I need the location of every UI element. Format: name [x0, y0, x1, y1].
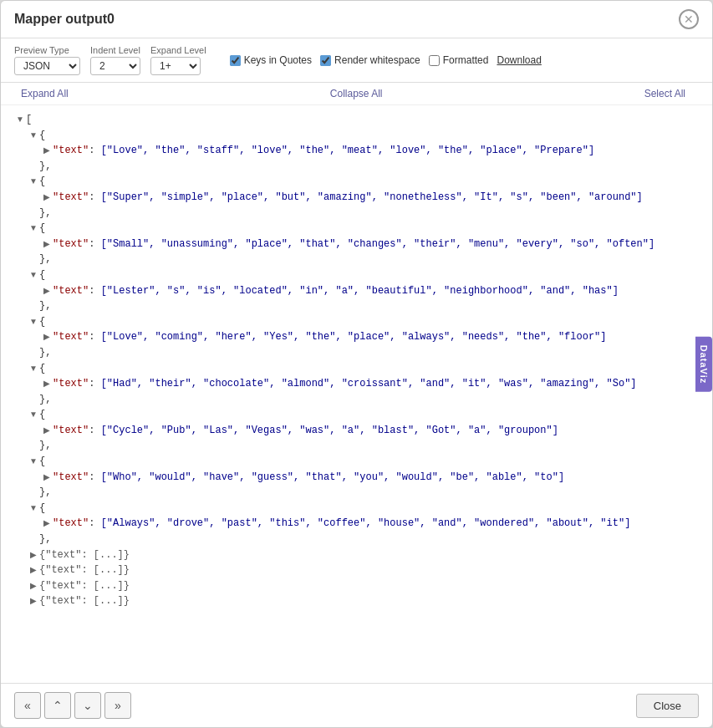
- expand-level-group: Expand Level 1+: [150, 45, 206, 75]
- json-row: ▶{"text": [...]}: [14, 578, 699, 594]
- nav-prev-button[interactable]: ⌃: [44, 692, 71, 719]
- toggle-button[interactable]: ▼: [28, 130, 39, 140]
- json-row: },: [14, 438, 699, 454]
- json-row: ▶"text": ["Love", "the", "staff", "love"…: [14, 143, 699, 159]
- toggle-button[interactable]: ▼: [28, 503, 39, 512]
- nav-buttons: « ⌃ ⌄ »: [14, 692, 131, 719]
- json-content[interactable]: ▼[▼{▶"text": ["Love", "the", "staff", "l…: [1, 105, 712, 683]
- toggle-button[interactable]: ▶: [41, 239, 53, 248]
- json-row: ▼{: [14, 501, 699, 517]
- toggle-button[interactable]: ▶: [41, 425, 53, 435]
- collapse-all-button[interactable]: Collapse All: [323, 86, 390, 101]
- preview-type-select[interactable]: JSON: [14, 57, 80, 75]
- json-row: ▶"text": ["Lester", "s", "is", "located"…: [14, 283, 699, 299]
- json-row: ▼{: [14, 174, 699, 190]
- formatted-group[interactable]: Formatted: [429, 54, 489, 66]
- nav-first-button[interactable]: «: [14, 692, 41, 719]
- json-row: },: [14, 252, 699, 267]
- indent-level-select[interactable]: 2: [90, 57, 140, 75]
- toggle-button[interactable]: ▶: [41, 518, 53, 527]
- json-row: ▶"text": ["Small", "unassuming", "place"…: [14, 237, 699, 252]
- render-whitespace-group[interactable]: Render whitespace: [320, 54, 420, 66]
- select-all-button[interactable]: Select All: [638, 86, 692, 101]
- modal-title: Mapper output0: [14, 12, 115, 27]
- footer: « ⌃ ⌄ » Close: [1, 683, 712, 727]
- download-button[interactable]: Download: [497, 54, 541, 66]
- json-row: ▶{"text": [...]}: [14, 547, 699, 563]
- json-row: ▼[: [14, 112, 699, 128]
- toggle-button[interactable]: ▶: [41, 286, 53, 295]
- json-row: ▶{"text": [...]}: [14, 593, 699, 609]
- toggle-button[interactable]: ▶: [41, 379, 53, 388]
- toolbar2: Expand All Collapse All Select All: [1, 83, 712, 105]
- json-row: ▶"text": ["Who", "would", "have", "guess…: [14, 470, 699, 486]
- dataviz-tab[interactable]: DataViz: [695, 336, 712, 392]
- expand-level-select[interactable]: 1+: [150, 57, 201, 75]
- expand-level-label: Expand Level: [150, 45, 206, 55]
- toggle-button[interactable]: ▶: [28, 565, 39, 574]
- modal-header: Mapper output0 ✕: [1, 1, 712, 38]
- nav-last-button[interactable]: »: [104, 692, 131, 719]
- toggle-button[interactable]: ▼: [28, 410, 39, 419]
- json-row: },: [14, 159, 699, 175]
- toggle-button[interactable]: ▶: [41, 192, 53, 201]
- json-row: },: [14, 532, 699, 547]
- toggle-button[interactable]: ▶: [41, 332, 53, 341]
- json-row: ▶"text": ["Had", "their", "chocolate", "…: [14, 376, 699, 392]
- expand-all-button[interactable]: Expand All: [14, 86, 75, 101]
- preview-type-group: Preview Type JSON: [14, 45, 80, 75]
- json-row: ▼{: [14, 221, 699, 237]
- keys-in-quotes-group[interactable]: Keys in Quotes: [230, 54, 312, 66]
- render-whitespace-checkbox[interactable]: [320, 55, 331, 66]
- json-row: ▶"text": ["Love", "coming", "here", "Yes…: [14, 329, 699, 345]
- toggle-button[interactable]: ▼: [28, 223, 39, 232]
- keys-in-quotes-label: Keys in Quotes: [244, 54, 312, 66]
- modal: Mapper output0 ✕ Preview Type JSON Inden…: [0, 0, 713, 728]
- toolbar-left: Preview Type JSON Indent Level 2 Expand …: [14, 45, 206, 75]
- json-row: ▼{: [14, 454, 699, 470]
- formatted-checkbox[interactable]: [429, 55, 440, 66]
- json-row: ▶"text": ["Super", "simple", "place", "b…: [14, 190, 699, 206]
- json-row: ▶{"text": [...]}: [14, 563, 699, 578]
- json-row: ▼{: [14, 267, 699, 283]
- close-button[interactable]: Close: [636, 694, 699, 718]
- toggle-button[interactable]: ▼: [28, 456, 39, 466]
- json-row: ▶"text": ["Cycle", "Pub", "Las", "Vegas"…: [14, 423, 699, 439]
- preview-type-label: Preview Type: [14, 45, 69, 55]
- json-row: ▼{: [14, 128, 699, 144]
- toggle-button[interactable]: ▼: [28, 317, 39, 326]
- toggle-button[interactable]: ▶: [28, 596, 39, 605]
- toggle-button[interactable]: ▼: [28, 364, 39, 373]
- toggle-button[interactable]: ▶: [28, 581, 39, 590]
- modal-close-button[interactable]: ✕: [679, 9, 699, 29]
- json-row: ▼{: [14, 314, 699, 330]
- json-row: },: [14, 345, 699, 361]
- json-row: },: [14, 485, 699, 501]
- toggle-button[interactable]: ▼: [28, 176, 39, 186]
- toggle-button[interactable]: ▶: [41, 472, 53, 481]
- json-row: },: [14, 206, 699, 221]
- json-row: ▶"text": ["Always", "drove", "past", "th…: [14, 516, 699, 532]
- formatted-label: Formatted: [443, 54, 489, 66]
- json-row: },: [14, 298, 699, 314]
- toggle-button[interactable]: ▶: [41, 145, 53, 155]
- toggle-button[interactable]: ▶: [28, 550, 39, 559]
- render-whitespace-label: Render whitespace: [334, 54, 420, 66]
- toolbar-right: Keys in Quotes Render whitespace Formatt…: [230, 54, 542, 66]
- json-row: },: [14, 392, 699, 408]
- json-row: ▼{: [14, 361, 699, 377]
- indent-level-group: Indent Level 2: [90, 45, 140, 75]
- toolbar: Preview Type JSON Indent Level 2 Expand …: [1, 38, 712, 83]
- toggle-button[interactable]: ▼: [14, 115, 26, 124]
- json-row: ▼{: [14, 407, 699, 423]
- indent-level-label: Indent Level: [90, 45, 140, 55]
- nav-next-button[interactable]: ⌄: [74, 692, 101, 719]
- keys-in-quotes-checkbox[interactable]: [230, 55, 241, 66]
- toggle-button[interactable]: ▼: [28, 270, 39, 279]
